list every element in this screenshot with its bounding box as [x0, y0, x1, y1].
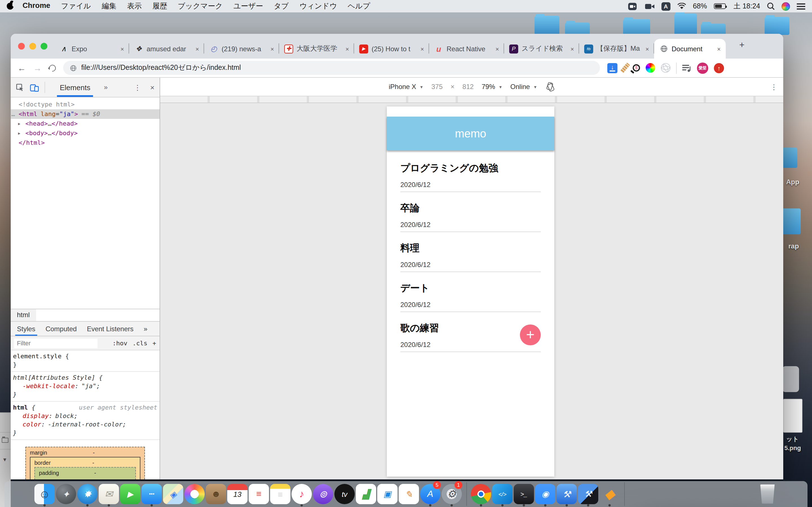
dock-item[interactable]: ✎ — [398, 482, 419, 506]
style-rule-attributes[interactable]: html[Attributes Style] { -webkit-locale:… — [11, 372, 160, 402]
close-window-button[interactable] — [18, 43, 25, 50]
rotate-device-icon[interactable] — [545, 82, 555, 92]
menubar-item[interactable]: ユーザー — [234, 1, 263, 11]
apple-logo-icon[interactable] — [7, 3, 13, 10]
menubar-item[interactable]: Chrome — [22, 1, 50, 11]
dock-item[interactable] — [184, 482, 205, 506]
menubar-item[interactable]: ウィンドウ — [299, 1, 337, 11]
menubar-item[interactable]: ブックマーク — [178, 1, 223, 11]
reload-button[interactable] — [48, 63, 57, 73]
dock-item[interactable]: ◈ — [162, 482, 184, 506]
tab-close-icon[interactable]: × — [495, 45, 499, 52]
dock-item[interactable]: </> — [492, 482, 513, 506]
browser-tab[interactable]: ftb 【保存版】Ma × — [579, 39, 654, 59]
style-rule-element[interactable]: element.style { } — [11, 350, 160, 372]
magnifier-extension-icon[interactable]: 5 — [633, 64, 640, 71]
menubar-item[interactable]: 履歴 — [153, 1, 167, 11]
dock-item[interactable]: ▣ — [377, 482, 398, 506]
memo-list-item[interactable]: プログラミングの勉強 2020/6/12 — [400, 162, 541, 192]
dock-item[interactable] — [470, 482, 492, 506]
more-panels-icon[interactable]: » — [104, 83, 107, 91]
desktop-file-icon[interactable] — [783, 399, 802, 433]
dock-item[interactable]: ▟ — [355, 482, 377, 506]
airi-extension-icon[interactable]: 愛梨 — [697, 62, 708, 73]
notification-center-icon[interactable] — [797, 3, 805, 9]
browser-tab[interactable]: ∧ Expo × — [54, 39, 129, 59]
desktop-folder[interactable] — [674, 13, 697, 35]
tab-close-icon[interactable]: × — [717, 45, 721, 52]
tab-close-icon[interactable]: × — [645, 45, 649, 52]
expand-arrow-icon[interactable]: ▶ — [18, 119, 20, 129]
dock-item[interactable]: ✸ — [77, 482, 98, 506]
dock-item[interactable]: ☺ — [34, 482, 55, 506]
dock-item[interactable]: 13 — [227, 482, 248, 506]
memo-list-item[interactable]: 歌の練習 2020/6/12 — [400, 322, 541, 352]
desktop-folder[interactable] — [535, 16, 559, 35]
viewport-width[interactable]: 375 — [432, 83, 443, 91]
menubar-item[interactable]: 編集 — [102, 1, 116, 11]
dock-item[interactable]: ⊚ — [312, 482, 334, 506]
dock-item[interactable]: ≡ — [248, 482, 269, 506]
expand-arrow-icon[interactable]: ▶ — [18, 129, 20, 138]
dock-item[interactable] — [620, 482, 628, 506]
tab-close-icon[interactable]: × — [195, 45, 199, 52]
dom-node-body[interactable]: ▶<body>…</body> — [11, 128, 160, 138]
breadcrumb-html[interactable]: html — [11, 309, 36, 321]
inspect-element-icon[interactable] — [16, 83, 24, 92]
styles-tab[interactable]: Computed — [40, 322, 82, 336]
styles-tab[interactable]: Styles — [12, 322, 40, 336]
maximize-window-button[interactable] — [41, 43, 47, 50]
dom-node-html-selected[interactable]: …<htmllang="ja">== $0 — [11, 109, 160, 119]
screen-record-icon[interactable] — [628, 3, 638, 10]
menu-bar-clock[interactable]: 土 18:24 — [733, 1, 760, 11]
browser-tab[interactable]: ◴ (219) news-a × — [204, 39, 279, 59]
colorpicker-extension-icon[interactable] — [646, 63, 655, 73]
react-devtools-extension-icon[interactable] — [661, 63, 670, 73]
dock-item[interactable]: ✦ — [55, 482, 77, 506]
dom-node-html-close[interactable]: </html> — [11, 138, 160, 148]
styles-tab[interactable]: Event Listeners — [82, 322, 139, 336]
browser-tab[interactable]: ▶ (25) How to t × — [354, 39, 429, 59]
dock-item[interactable]: tv — [334, 482, 355, 506]
dock-item[interactable]: ♪ — [291, 482, 312, 506]
tab-close-icon[interactable]: × — [570, 45, 574, 52]
dock-item[interactable] — [757, 482, 778, 506]
dock-item[interactable]: ◉ — [535, 482, 556, 506]
tab-close-icon[interactable]: × — [120, 45, 124, 52]
browser-tab[interactable]: ❖ amused edar × — [129, 39, 204, 59]
memo-list-item[interactable]: デート 2020/6/12 — [400, 282, 541, 312]
device-toolbar-icon[interactable] — [30, 83, 39, 92]
add-memo-button[interactable]: + — [520, 325, 541, 345]
siri-icon[interactable] — [781, 2, 790, 10]
dock-item[interactable]: ◆ — [599, 482, 620, 506]
dock-item[interactable]: ••• — [141, 482, 162, 506]
menubar-item[interactable]: タブ — [274, 1, 289, 11]
devtools-menu-icon[interactable]: ⋮ — [134, 83, 141, 92]
wifi-icon[interactable] — [677, 3, 686, 10]
styles-tab[interactable]: » — [139, 322, 153, 336]
network-throttle-select[interactable]: Online▼ — [510, 83, 537, 91]
device-toolbar-menu-icon[interactable]: ⋮ — [770, 82, 777, 91]
video-camera-icon[interactable] — [645, 3, 654, 9]
input-source-icon[interactable]: A — [661, 2, 670, 10]
new-style-rule-button[interactable]: + — [153, 339, 156, 347]
zoom-select[interactable]: 79%▼ — [481, 83, 502, 91]
browser-tab[interactable]: Document × — [654, 39, 726, 59]
cls-button[interactable]: .cls — [133, 339, 147, 347]
dock-item[interactable]: ⚒ — [556, 482, 577, 506]
dom-node-doctype[interactable]: <!doctype html> — [11, 100, 160, 109]
tab-close-icon[interactable]: × — [420, 45, 424, 52]
browser-tab[interactable]: u React Native × — [429, 39, 504, 59]
memo-list-item[interactable]: 卒論 2020/6/12 — [400, 202, 541, 232]
hov-button[interactable]: :hov — [112, 339, 128, 347]
dock-item[interactable]: ≡ — [269, 482, 291, 506]
dock-item[interactable]: ⚒ — [577, 482, 599, 506]
minimize-window-button[interactable] — [29, 43, 36, 50]
update-extension-icon[interactable]: ↑ — [714, 63, 724, 73]
new-tab-button[interactable]: + — [739, 40, 745, 50]
dock-item[interactable]: >_ — [513, 482, 535, 506]
dock-item[interactable]: ▶ — [119, 482, 141, 506]
spotlight-search-icon[interactable] — [767, 2, 775, 10]
desktop-folder[interactable] — [765, 17, 790, 35]
dock-item[interactable]: ✉ — [98, 482, 119, 506]
